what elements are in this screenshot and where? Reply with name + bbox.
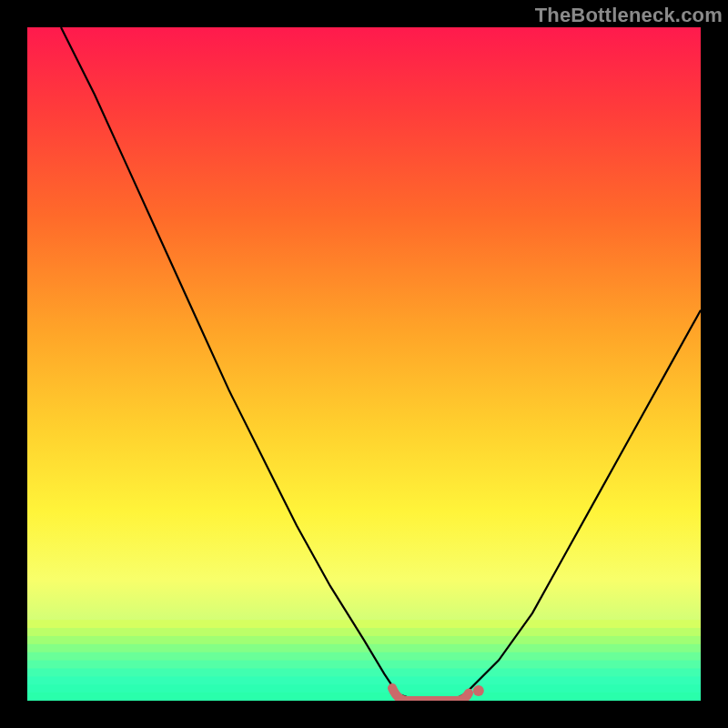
stripe — [27, 668, 701, 676]
stripe — [27, 644, 701, 652]
stripe — [27, 652, 701, 661]
chart-svg — [27, 27, 701, 701]
flat-bottom-dot — [473, 685, 484, 696]
watermark-text: TheBottleneck.com — [535, 4, 723, 27]
stripe — [27, 628, 701, 636]
bottom-stripes — [27, 620, 701, 701]
stripe — [27, 676, 701, 684]
chart-frame — [27, 27, 701, 701]
stripe — [27, 661, 701, 669]
stripe — [27, 684, 701, 693]
stripe — [27, 693, 701, 701]
gradient-background — [27, 27, 701, 701]
stripe — [27, 620, 701, 628]
